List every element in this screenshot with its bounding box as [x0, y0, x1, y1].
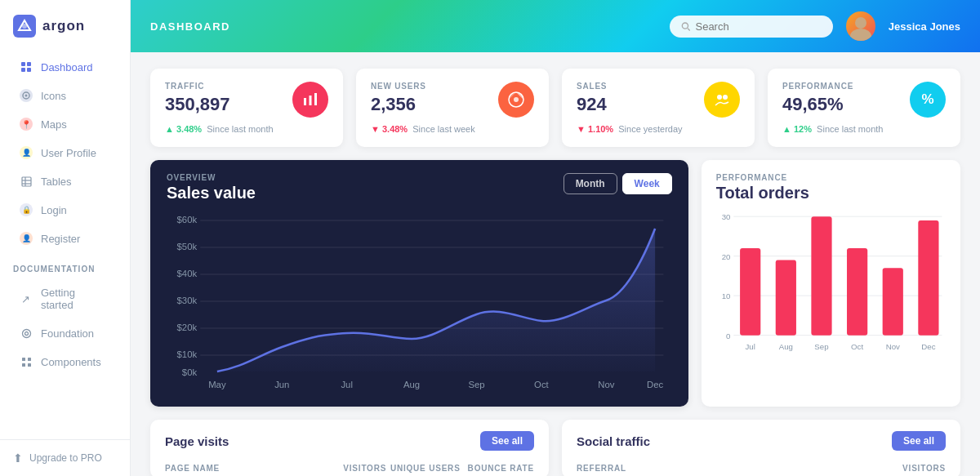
- sidebar-label-components: Components: [41, 356, 101, 368]
- svg-text:0: 0: [726, 331, 731, 340]
- svg-text:30: 30: [721, 212, 730, 221]
- svg-rect-62: [811, 216, 831, 335]
- stat-icon-traffic: [292, 82, 328, 118]
- svg-rect-16: [22, 363, 25, 367]
- svg-text:Nov: Nov: [598, 380, 615, 389]
- sales-overview-label: OVERVIEW: [167, 173, 256, 182]
- sidebar-label-register: Register: [41, 233, 80, 245]
- stat-icon-performance: %: [910, 82, 946, 118]
- svg-rect-4: [21, 68, 25, 72]
- svg-point-26: [514, 97, 519, 102]
- svg-text:Jul: Jul: [745, 342, 755, 351]
- page-visits-see-all[interactable]: See all: [480, 431, 534, 451]
- sidebar: argon Dashboard Icons 📍 Maps 👤 User Prof…: [0, 0, 131, 476]
- search-box[interactable]: [670, 16, 833, 38]
- search-input[interactable]: [695, 20, 821, 33]
- doc-section-title: DOCUMENTATION: [0, 253, 130, 278]
- svg-point-27: [717, 95, 722, 100]
- sidebar-item-getting-started[interactable]: ↗ Getting started: [7, 279, 123, 318]
- col-page-name: PAGE NAME: [165, 464, 313, 473]
- social-traffic-card: Social traffic See all REFERRAL VISITORS: [562, 420, 960, 476]
- user-profile-icon: 👤: [20, 146, 33, 159]
- svg-rect-66: [882, 268, 902, 335]
- sidebar-item-components[interactable]: Components: [7, 348, 123, 376]
- stat-icon-new-users: [498, 82, 534, 118]
- sidebar-label-foundation: Foundation: [41, 327, 94, 340]
- svg-rect-58: [740, 248, 760, 336]
- header: DASHBOARD Jessica Jones: [131, 0, 980, 52]
- orders-performance-label: PERFORMANCE: [716, 173, 946, 182]
- sidebar-nav: Dashboard Icons 📍 Maps 👤 User Profile Ta…: [0, 49, 130, 439]
- sidebar-item-register[interactable]: 👤 Register: [7, 225, 123, 252]
- svg-text:Sep: Sep: [814, 342, 828, 351]
- svg-point-12: [22, 329, 30, 337]
- avatar: [846, 11, 875, 41]
- svg-point-7: [25, 95, 28, 97]
- header-right: Jessica Jones: [670, 11, 960, 41]
- tables-icon: [20, 175, 33, 188]
- svg-rect-8: [22, 177, 31, 186]
- stat-value-performance: 49,65%: [782, 94, 853, 115]
- week-button[interactable]: Week: [622, 173, 672, 194]
- svg-rect-2: [21, 62, 25, 66]
- login-icon: 🔒: [20, 203, 33, 216]
- stat-label-performance: PERFORMANCE: [782, 82, 853, 91]
- month-button[interactable]: Month: [564, 173, 617, 194]
- stat-label-new-users: NEW USERS: [371, 82, 426, 91]
- svg-line-19: [688, 28, 690, 30]
- stat-card-new-users: NEW USERS 2,356 ▼ 3.48% Since: [356, 69, 549, 147]
- sidebar-label-login: Login: [41, 204, 67, 216]
- sales-chart-title: Sales value: [167, 184, 256, 202]
- svg-text:Sep: Sep: [468, 380, 484, 389]
- orders-chart-card: PERFORMANCE Total orders 30 20 10 0: [702, 160, 960, 407]
- logo[interactable]: argon: [0, 0, 130, 49]
- sidebar-item-login[interactable]: 🔒 Login: [7, 196, 123, 224]
- svg-point-20: [855, 17, 866, 29]
- sidebar-item-foundation[interactable]: Foundation: [7, 319, 123, 347]
- social-traffic-see-all[interactable]: See all: [892, 431, 946, 451]
- page-title: DASHBOARD: [150, 20, 230, 33]
- stat-card-traffic: TRAFFIC 350,897 ▲ 3.48% Since last month: [150, 69, 343, 147]
- sidebar-item-maps[interactable]: 📍 Maps: [7, 110, 123, 138]
- sidebar-item-tables[interactable]: Tables: [7, 167, 123, 195]
- upgrade-icon: ⬆: [13, 452, 23, 465]
- svg-rect-14: [22, 358, 25, 361]
- dashboard-icon: [20, 60, 33, 73]
- svg-text:May: May: [208, 380, 226, 389]
- svg-text:Oct: Oct: [534, 380, 550, 389]
- svg-rect-23: [310, 96, 312, 105]
- svg-text:$30k: $30k: [177, 296, 198, 305]
- svg-point-13: [24, 331, 28, 335]
- sidebar-item-icons[interactable]: Icons: [7, 82, 123, 109]
- line-chart: $60k $50k $40k $30k $20k $10k $0k May Ju…: [167, 212, 672, 397]
- stat-label-sales: SALES: [577, 82, 607, 91]
- sales-chart-card: OVERVIEW Sales value Month Week: [150, 160, 688, 407]
- charts-row: OVERVIEW Sales value Month Week: [131, 147, 980, 407]
- svg-text:10: 10: [721, 291, 730, 300]
- col-social-visitors: VISITORS: [822, 464, 946, 473]
- svg-rect-22: [304, 98, 306, 105]
- social-traffic-title: Social traffic: [577, 434, 650, 448]
- upgrade-label: Upgrade to PRO: [29, 452, 102, 464]
- sidebar-label-dashboard: Dashboard: [41, 61, 93, 73]
- svg-rect-64: [847, 248, 867, 336]
- page-visits-card: Page visits See all PAGE NAME VISITORS U…: [150, 420, 549, 476]
- sidebar-item-dashboard[interactable]: Dashboard: [7, 53, 123, 81]
- svg-text:$50k: $50k: [177, 242, 198, 251]
- svg-text:Jul: Jul: [341, 380, 352, 389]
- svg-rect-17: [28, 363, 31, 367]
- content: TRAFFIC 350,897 ▲ 3.48% Since last month: [131, 52, 980, 476]
- maps-icon: 📍: [20, 118, 33, 131]
- svg-text:Jun: Jun: [274, 380, 289, 389]
- sidebar-item-user-profile[interactable]: 👤 User Profile: [7, 139, 123, 167]
- svg-text:Aug: Aug: [403, 380, 420, 389]
- svg-text:$40k: $40k: [177, 269, 198, 278]
- stat-value-new-users: 2,356: [371, 94, 426, 115]
- icons-icon: [20, 89, 33, 102]
- stats-row: TRAFFIC 350,897 ▲ 3.48% Since last month: [131, 52, 980, 147]
- svg-rect-5: [27, 68, 31, 72]
- stat-value-sales: 924: [577, 94, 607, 115]
- upgrade-button[interactable]: ⬆ Upgrade to PRO: [0, 439, 130, 476]
- sidebar-label-getting-started: Getting started: [41, 287, 110, 311]
- sidebar-label-tables: Tables: [41, 176, 72, 188]
